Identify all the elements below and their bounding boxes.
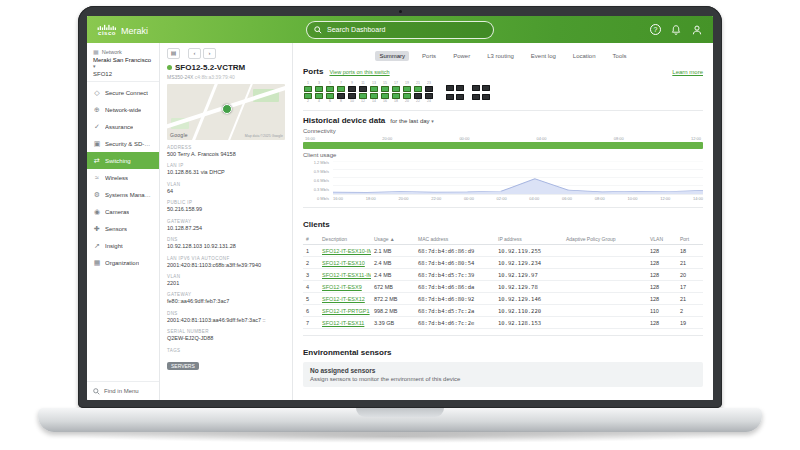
client-description-link[interactable]: SFO12-IT-ESX12 (322, 296, 365, 302)
clients-col-header[interactable]: MAC address (415, 234, 495, 245)
client-description-link[interactable]: SFO12-IT-ESX10-IMC (322, 248, 371, 254)
sfp-port[interactable] (472, 94, 480, 100)
port-column: 910 (347, 81, 357, 103)
notifications-bell-icon[interactable] (670, 24, 682, 36)
sfp-port[interactable] (482, 85, 490, 91)
port-column: 1718 (391, 81, 401, 103)
network-selector[interactable]: ▦ Network Meraki San Francisco ▾ SFO12 (87, 43, 159, 82)
port-number: 17 (394, 81, 398, 85)
time-range-dropdown[interactable]: for the last day ▾ (390, 118, 434, 124)
switch-port-13[interactable] (370, 86, 378, 92)
switch-port-9[interactable] (348, 86, 356, 92)
tab-location[interactable]: Location (569, 51, 600, 61)
port-number: 2 (307, 99, 309, 103)
switch-port-17[interactable] (392, 86, 400, 92)
sidebar-item-switching[interactable]: ⇄Switching (87, 152, 159, 169)
sfp-port[interactable] (456, 85, 464, 91)
clients-col-header[interactable]: VLAN (647, 234, 677, 245)
device-location-map[interactable]: Google Map data ©2025 Google (167, 84, 285, 140)
tab-tools[interactable]: Tools (609, 51, 631, 61)
tab-ports[interactable]: Ports (418, 51, 440, 61)
switch-port-24[interactable] (425, 93, 433, 99)
switch-port-18[interactable] (392, 93, 400, 99)
sidebar-item-sensors[interactable]: ✚Sensors (87, 220, 159, 237)
learn-more-link[interactable]: Learn more (672, 69, 703, 75)
sidebar-item-organization[interactable]: ▦Organization (87, 254, 159, 271)
next-device-button[interactable]: › (203, 48, 216, 59)
tag-chip[interactable]: SERVERS (167, 362, 199, 370)
sidebar-item-assurance[interactable]: ✓Assurance (87, 118, 159, 135)
client-port: 21 (677, 293, 703, 305)
switch-port-3[interactable] (315, 86, 323, 92)
sidebar-item-network-wide[interactable]: ⊕Network-wide (87, 101, 159, 118)
port-number: 7 (340, 81, 342, 85)
switch-port-12[interactable] (359, 93, 367, 99)
port-column: 2324 (424, 81, 434, 103)
find-in-menu[interactable]: Find in Menu (87, 381, 159, 400)
field-label: LAN IPV6 VIA AUTOCONF (167, 256, 285, 261)
switch-port-10[interactable] (348, 93, 356, 99)
clients-table: #DescriptionUsage ▲MAC addressIP address… (303, 234, 703, 329)
client-row: 6SFO12-IT-PRTGP1998.2 MB68:7d:b4:d5:7c:2… (303, 305, 703, 317)
field-value: 2001:420:81:1103:c68b:a3ff:fe39:7940 (167, 262, 285, 269)
switch-port-15[interactable] (381, 86, 389, 92)
sidebar-item-insight[interactable]: ↗Insight (87, 237, 159, 254)
connectivity-bar[interactable] (303, 142, 703, 149)
client-policy-group (563, 293, 647, 305)
switch-port-11[interactable] (359, 86, 367, 92)
tab-summary[interactable]: Summary (375, 51, 409, 61)
map-marker-icon[interactable] (222, 104, 232, 114)
network-subnetwork[interactable]: SFO12 (93, 71, 153, 77)
switch-port-6[interactable] (326, 93, 334, 99)
client-description-link[interactable]: SFO12-IT-ESX9 (322, 284, 362, 290)
tab-event-log[interactable]: Event log (527, 51, 560, 61)
switch-port-22[interactable] (414, 93, 422, 99)
switch-port-4[interactable] (315, 93, 323, 99)
sfp-port[interactable] (482, 94, 490, 100)
clients-col-header[interactable]: Usage ▲ (371, 234, 415, 245)
switch-port-5[interactable] (326, 86, 334, 92)
account-icon[interactable] (691, 24, 703, 36)
device-field: GATEWAYfe80::aa46:9dff:feb7:3ac7 (167, 292, 285, 305)
clients-col-header[interactable]: Port (677, 234, 703, 245)
view-ports-link[interactable]: View ports on this switch (329, 69, 389, 75)
switch-port-2[interactable] (304, 93, 312, 99)
sidebar-item-security-sd-wan[interactable]: ▣Security & SD-WAN (87, 135, 159, 152)
switch-port-23[interactable] (425, 86, 433, 92)
tab-power[interactable]: Power (449, 51, 474, 61)
clients-col-header[interactable]: Adaptive Policy Group (563, 234, 647, 245)
sfp-port[interactable] (446, 94, 454, 100)
clients-col-header[interactable]: Description (319, 234, 371, 245)
wireless-icon: ≈ (93, 174, 101, 181)
tab-l3-routing[interactable]: L3 routing (483, 51, 518, 61)
switch-port-20[interactable] (403, 93, 411, 99)
sidebar-item-cameras[interactable]: ◉Cameras (87, 203, 159, 220)
switch-port-14[interactable] (370, 93, 378, 99)
sfp-port[interactable] (456, 94, 464, 100)
switch-port-1[interactable] (304, 86, 312, 92)
switch-port-16[interactable] (381, 93, 389, 99)
switch-port-8[interactable] (337, 93, 345, 99)
switch-port-21[interactable] (414, 86, 422, 92)
sidebar-item-secure-connect[interactable]: ◇Secure Connect (87, 84, 159, 101)
usage-plot[interactable] (333, 161, 703, 195)
clients-col-header[interactable]: IP address (495, 234, 563, 245)
switch-port-19[interactable] (403, 86, 411, 92)
sidebar-item-systems-manager[interactable]: ⚙Systems Manager (87, 186, 159, 203)
client-description-link[interactable]: SFO12-IT-ESX10 (322, 260, 365, 266)
client-description-link[interactable]: SFO12-IT-ESX11 (322, 320, 364, 326)
port-number: 14 (372, 99, 376, 103)
sfp-port[interactable] (446, 85, 454, 91)
client-description-link[interactable]: SFO12-IT-PRTGP1 (322, 308, 370, 314)
search-bar[interactable]: Search Dashboard (306, 21, 494, 39)
client-description-link[interactable]: SFO12-IT-ESX11-IMC (322, 272, 371, 278)
sfp-port[interactable] (472, 85, 480, 91)
switch-port-7[interactable] (337, 86, 345, 92)
help-icon[interactable]: ? (650, 24, 661, 35)
sidebar-item-wireless[interactable]: ≈Wireless (87, 169, 159, 186)
prev-device-button[interactable]: ‹ (188, 48, 201, 59)
cisco-meraki-logo[interactable]: cisco Meraki (97, 24, 148, 36)
clients-col-header[interactable]: # (303, 234, 319, 245)
device-list-button[interactable]: ▤ (167, 48, 180, 59)
client-port: 2 (677, 305, 703, 317)
